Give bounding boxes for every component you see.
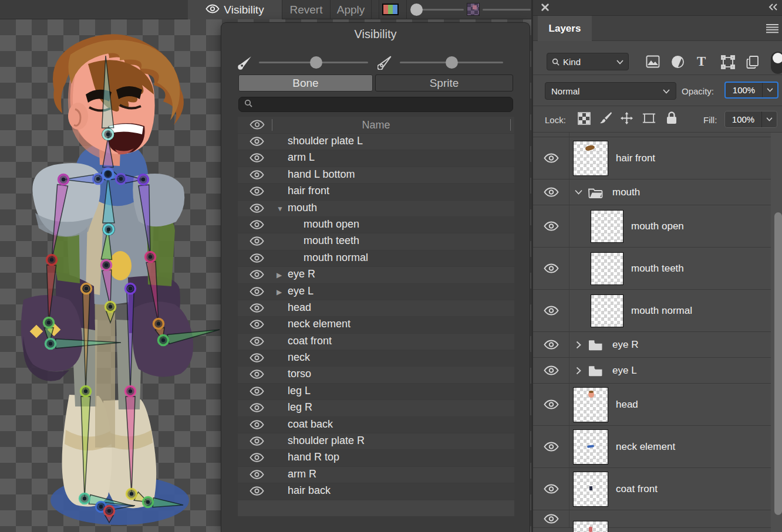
filter-pixel-layers-icon[interactable]: [646, 55, 660, 69]
lock-position-icon[interactable]: [620, 111, 633, 127]
layer-name[interactable]: mouth normal: [631, 305, 692, 317]
eye-visibility-toggle[interactable]: [250, 270, 265, 280]
layer-row[interactable]: head: [533, 384, 771, 426]
fill-input[interactable]: 100%: [724, 111, 777, 128]
eye-visibility-toggle[interactable]: [250, 337, 265, 347]
layer-visibility-toggle[interactable]: [533, 133, 569, 137]
eye-visibility-toggle[interactable]: [250, 370, 265, 380]
layer-row[interactable]: mouth normal: [533, 290, 771, 332]
eye-visibility-toggle[interactable]: [250, 436, 265, 447]
visibility-row[interactable]: ▶eye R: [238, 267, 514, 283]
group-expanded-chevron-icon[interactable]: [574, 188, 583, 196]
layer-visibility-toggle[interactable]: [533, 384, 569, 425]
eye-visibility-toggle[interactable]: [250, 187, 265, 197]
visibility-row[interactable]: coat front: [238, 334, 514, 350]
layer-group-row[interactable]: eye L: [533, 358, 771, 384]
tab-bone[interactable]: Bone: [238, 74, 373, 92]
sprite-opacity-slider-knob[interactable]: [446, 56, 458, 69]
layer-name[interactable]: hair front: [616, 153, 655, 164]
color-swatch[interactable]: [382, 4, 399, 15]
group-collapsed-chevron-icon[interactable]: [574, 366, 583, 375]
visibility-row[interactable]: hair front: [238, 184, 514, 199]
blend-mode-dropdown[interactable]: Normal: [545, 82, 676, 100]
lock-transparency-icon[interactable]: [578, 112, 591, 127]
panel-menu-icon[interactable]: [766, 23, 779, 36]
eye-visibility-toggle[interactable]: [250, 420, 265, 431]
layer-row[interactable]: mouth open: [533, 205, 771, 248]
layer-visibility-toggle[interactable]: [533, 205, 569, 247]
visibility-row[interactable]: torso: [238, 367, 514, 382]
visibility-row[interactable]: leg R: [238, 400, 514, 416]
layer-row[interactable]: [533, 510, 771, 528]
filter-adjustment-layers-icon[interactable]: [671, 55, 685, 69]
lock-all-icon[interactable]: [666, 111, 677, 127]
layer-visibility-toggle[interactable]: [533, 137, 569, 179]
layer-name[interactable]: eye L: [612, 365, 637, 377]
eye-visibility-toggle[interactable]: [250, 353, 265, 364]
layer-thumbnail[interactable]: [591, 252, 623, 285]
layer-row[interactable]: hair front: [533, 137, 771, 179]
visibility-row[interactable]: hand L bottom: [238, 167, 514, 183]
visibility-row[interactable]: hand R top: [238, 450, 514, 466]
eye-visibility-toggle[interactable]: [250, 153, 265, 164]
eye-visibility-toggle[interactable]: [250, 470, 265, 480]
layer-thumbnail[interactable]: [573, 387, 608, 422]
eye-visibility-toggle[interactable]: [250, 236, 265, 247]
eye-visibility-toggle[interactable]: [250, 403, 265, 414]
layer-visibility-toggle[interactable]: [533, 248, 569, 289]
opacity-input[interactable]: 100%: [724, 82, 778, 99]
layer-group-row[interactable]: eye R: [533, 332, 771, 358]
visibility-row[interactable]: ▶eye L: [238, 284, 514, 300]
layer-name[interactable]: eye R: [612, 339, 638, 351]
visibility-row[interactable]: mouth normal: [238, 250, 514, 266]
visibility-row[interactable]: mouth open: [238, 217, 514, 233]
expander-open-icon[interactable]: ▼: [277, 204, 286, 214]
expander-closed-icon[interactable]: ▶: [277, 270, 286, 280]
layer-visibility-toggle[interactable]: [533, 358, 569, 383]
visibility-row[interactable]: arm R: [238, 467, 514, 483]
layer-visibility-toggle[interactable]: [533, 426, 569, 467]
visibility-row[interactable]: ▼mouth: [238, 201, 514, 216]
opacity-dropdown-arrow[interactable]: [762, 83, 777, 97]
layer-thumbnail[interactable]: [573, 521, 608, 532]
opacity-value[interactable]: 100%: [726, 83, 762, 97]
layer-visibility-toggle[interactable]: [533, 510, 569, 527]
layer-thumbnail[interactable]: [573, 429, 608, 465]
filter-smart-objects-icon[interactable]: [746, 55, 760, 69]
search-input[interactable]: [238, 97, 513, 112]
layer-name[interactable]: neck element: [616, 441, 675, 453]
eye-visibility-toggle[interactable]: [250, 220, 265, 231]
eye-visibility-toggle[interactable]: [250, 253, 265, 264]
layer-thumbnail[interactable]: [591, 294, 623, 327]
layers-scrollbar-thumb[interactable]: [774, 212, 782, 515]
visibility-row[interactable]: shoulder plate R: [238, 433, 514, 449]
apply-button[interactable]: Apply: [331, 0, 371, 19]
visibility-tool-tab[interactable]: Visibility: [188, 0, 282, 19]
layer-visibility-toggle[interactable]: [533, 468, 569, 510]
collapse-panel-icon[interactable]: [768, 3, 778, 13]
layer-visibility-toggle[interactable]: [533, 179, 569, 205]
layer-row[interactable]: mouth teeth: [533, 248, 771, 290]
layer-name[interactable]: mouth teeth: [631, 263, 684, 275]
toolbar-slider-2-track[interactable]: [483, 9, 531, 11]
eye-visibility-toggle[interactable]: [250, 287, 265, 297]
eye-visibility-toggle[interactable]: [250, 303, 265, 314]
eye-visibility-toggle[interactable]: [250, 204, 265, 214]
layer-thumbnail[interactable]: [573, 141, 608, 176]
visibility-row[interactable]: coat back: [238, 417, 514, 433]
filter-type-layers-icon[interactable]: T: [697, 54, 711, 68]
layer-name[interactable]: mouth open: [631, 221, 684, 232]
eye-visibility-toggle[interactable]: [250, 453, 265, 463]
eye-visibility-toggle[interactable]: [250, 137, 265, 147]
layer-row[interactable]: neck element: [533, 426, 771, 468]
layer-thumbnail[interactable]: [591, 210, 623, 243]
fill-dropdown-arrow[interactable]: [761, 111, 777, 127]
layer-name[interactable]: head: [616, 399, 638, 411]
pattern-swatch[interactable]: [467, 3, 480, 16]
filter-kind-dropdown[interactable]: Kind: [547, 53, 629, 70]
fill-value[interactable]: 100%: [725, 111, 761, 127]
bone-opacity-slider-knob[interactable]: [310, 56, 322, 69]
visibility-row[interactable]: head: [238, 300, 514, 316]
eye-visibility-toggle[interactable]: [250, 387, 265, 397]
toolbar-slider-1-track[interactable]: [417, 9, 464, 11]
